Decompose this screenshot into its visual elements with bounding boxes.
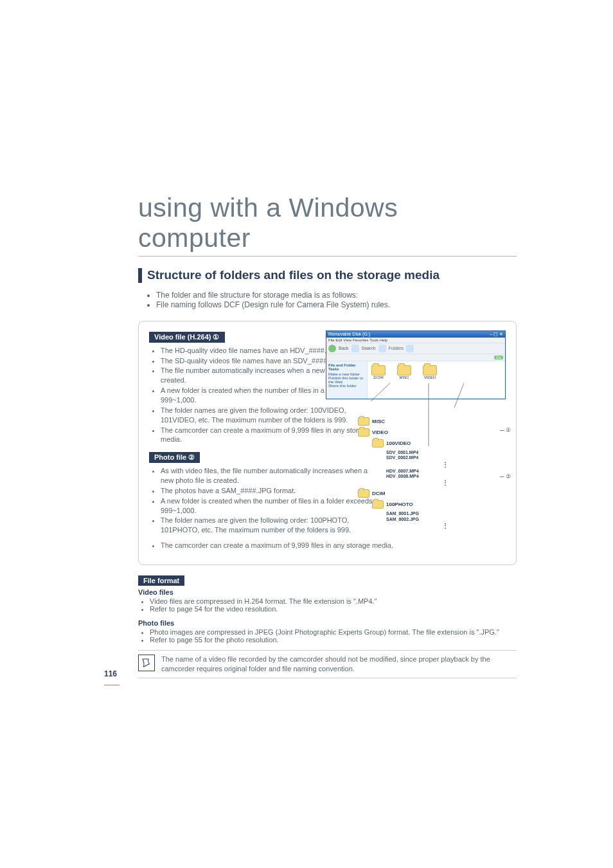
folder-icon [397,365,411,375]
tree-label: DCIM [372,491,385,496]
sidebar-heading: File and Folder Tasks [328,363,365,371]
window-toolbar: Back Search Folders [326,343,505,354]
window-controls: – ▢ ✕ [490,332,503,337]
tree-child: 100VIDEO SDV_0001.MP4 SDV_0002.MP4 ⋮ HDV… [372,439,506,487]
callout-1: ─ ① [500,427,511,433]
folder-icon [372,439,384,448]
folder-icon [371,365,386,375]
sidebar-item: Share this folder [328,384,365,388]
page-number: 116 [104,669,117,678]
tree-leaf: SDV_0002.MP4 [386,455,506,460]
tree-dots: ⋮ [386,522,506,530]
tree-node: 100VIDEO [372,439,506,448]
toolbar-folders: Folders [389,346,404,350]
photo-files-heading: Photo files [138,619,517,627]
page-number-rule [104,685,120,685]
callout-label: ① [506,427,511,433]
note-icon [138,655,155,671]
toolbar-search: Search [362,346,376,350]
photo-file-list-wide: The camcorder can create a maximum of 9,… [149,541,506,549]
section-title: Structure of folders and files on the st… [147,268,440,283]
tree-node-misc: MISC [358,417,506,426]
folders-icon [378,345,386,352]
video-file-badge: Video file (H.264) ① [149,332,225,343]
folder-label: VIDEO [424,375,436,379]
tree-leaf: SAM_0001.JPG [386,511,506,516]
tree-leaf: HDV_0008.MP4 [386,474,506,479]
folder-pane: DCIM MISC VIDEO [368,361,505,399]
tree-child: 100PHOTO SAM_0001.JPG SAM_0002.JPG ⋮ [372,500,506,530]
folder-icon [358,417,369,426]
views-icon [406,345,414,352]
window-titlebar: Removable Disk (G:) – ▢ ✕ [326,331,505,338]
tree-leaf: SDV_0001.MP4 [386,450,506,455]
tree-dots: ⋮ [386,461,506,469]
tree-node-dcim: DCIM [358,489,506,498]
tree-label: 100VIDEO [386,440,411,446]
note-row: The name of a video file recorded by the… [138,650,517,678]
folder-icon [423,365,437,375]
photo-format-list: Photo images are compressed in JPEG (Joi… [138,628,517,644]
sidebar-item: Publish this folder to the Web [328,376,365,384]
video-format-list: Video files are compressed in H.264 form… [138,597,517,613]
tree-leaf: SAM_0002.JPG [386,517,506,522]
tree-label: 100PHOTO [386,502,413,507]
window-title: Removable Disk (G:) [328,332,370,337]
folder-icon [372,500,384,509]
tree-node: 100PHOTO [372,500,506,509]
window-addressbar: Go [326,354,505,361]
section-heading-row: Structure of folders and files on the st… [138,268,517,283]
file-format-badge: File format [138,575,184,586]
folder-item: MISC [397,365,411,395]
folder-tree: MISC VIDEO 100VIDEO SDV_0001.MP4 SDV_000… [358,417,506,530]
tree-leaf: HDV_0007.MP4 [386,469,506,474]
section-accent-bar [138,268,142,283]
tree-label: MISC [372,419,385,424]
callout-2: ─ ② [500,473,511,480]
toolbar-back: Back [339,346,349,350]
back-icon [328,345,336,352]
list-item: Refer to page 54 for the video resolutio… [150,605,517,613]
intro-item: The folder and file structure for storag… [156,291,517,300]
window-menubar: File Edit View Favorites Tools Help [326,338,505,343]
sidebar-item: Make a new folder [328,372,365,376]
list-item: Photo images are compressed in JPEG (Joi… [150,628,517,636]
callout-label: ② [506,473,511,480]
folder-item: DCIM [371,365,386,395]
folder-label: MISC [400,375,409,379]
tree-dots: ⋮ [386,479,506,487]
folder-structure-diagram: Removable Disk (G:) – ▢ ✕ File Edit View… [326,330,506,530]
tree-label: VIDEO [372,429,388,435]
window-body: File and Folder Tasks Make a new folder … [326,361,505,399]
explorer-window: Removable Disk (G:) – ▢ ✕ File Edit View… [326,330,506,399]
page: using with a Windows computer Structure … [0,0,613,868]
list-item: Video files are compressed in H.264 form… [150,597,517,605]
tasks-sidebar: File and Folder Tasks Make a new folder … [326,361,368,399]
tree-node-video: VIDEO [358,428,506,437]
toolbar-spacer-icon [351,345,359,352]
folder-label: DCIM [373,375,383,379]
intro-list: The folder and file structure for storag… [138,291,517,309]
folder-icon [358,489,369,498]
chapter-title: using with a Windows computer [138,193,517,257]
folder-icon [358,428,369,437]
folder-item: VIDEO [423,365,437,395]
video-files-heading: Video files [138,588,517,596]
note-text: The name of a video file recorded by the… [161,655,517,674]
intro-item: File naming follows DCF (Design rule for… [156,300,517,309]
list-item: The camcorder can create a maximum of 9,… [161,541,506,549]
storage-structure-box: Video file (H.264) ① The HD-quality vide… [138,321,517,565]
go-button: Go [494,356,503,359]
list-item: Refer to page 55 for the photo resolutio… [150,636,517,644]
photo-file-badge: Photo file ② [149,452,200,463]
